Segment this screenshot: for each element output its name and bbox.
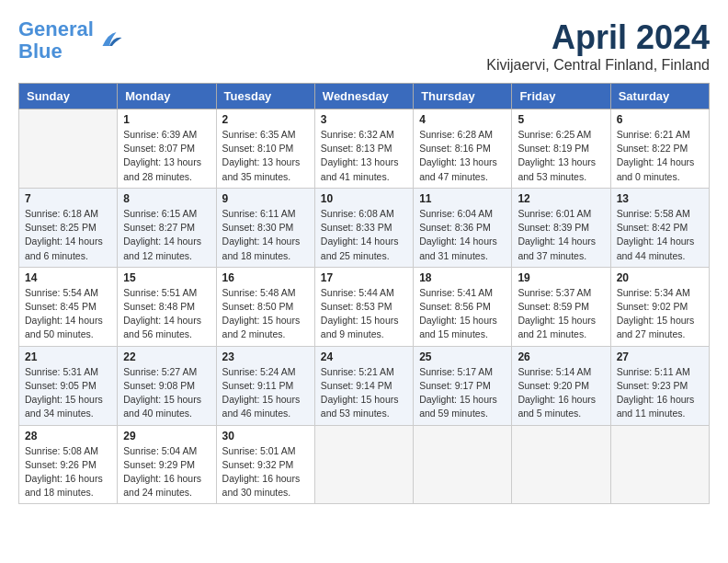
day-number: 12 xyxy=(518,192,604,205)
day-info: Sunrise: 5:44 AMSunset: 8:53 PMDaylight:… xyxy=(321,286,407,342)
calendar-cell: 19Sunrise: 5:37 AMSunset: 8:59 PMDayligh… xyxy=(512,267,610,346)
day-number: 13 xyxy=(617,192,703,205)
day-number: 17 xyxy=(321,271,407,284)
weekday-row: SundayMondayTuesdayWednesdayThursdayFrid… xyxy=(19,84,710,109)
day-number: 11 xyxy=(419,192,506,205)
day-info: Sunrise: 6:04 AMSunset: 8:36 PMDaylight:… xyxy=(419,207,506,263)
day-number: 15 xyxy=(123,271,210,284)
day-number: 1 xyxy=(123,113,210,126)
day-number: 7 xyxy=(25,192,111,205)
day-number: 30 xyxy=(222,430,309,442)
calendar-cell: 18Sunrise: 5:41 AMSunset: 8:56 PMDayligh… xyxy=(414,267,512,346)
day-number: 14 xyxy=(25,271,111,284)
day-info: Sunrise: 6:08 AMSunset: 8:33 PMDaylight:… xyxy=(321,207,407,263)
day-info: Sunrise: 5:48 AMSunset: 8:50 PMDaylight:… xyxy=(222,286,309,342)
calendar-cell: 14Sunrise: 5:54 AMSunset: 8:45 PMDayligh… xyxy=(19,267,118,346)
calendar-cell: 1Sunrise: 6:39 AMSunset: 8:07 PMDaylight… xyxy=(118,109,216,189)
calendar-cell: 21Sunrise: 5:31 AMSunset: 9:05 PMDayligh… xyxy=(19,346,118,425)
day-number: 22 xyxy=(123,350,210,363)
logo-line1: General xyxy=(18,17,94,40)
day-info: Sunrise: 6:21 AMSunset: 8:22 PMDaylight:… xyxy=(617,128,703,184)
calendar-cell xyxy=(512,425,610,504)
day-info: Sunrise: 5:34 AMSunset: 9:02 PMDaylight:… xyxy=(617,286,703,342)
day-info: Sunrise: 5:27 AMSunset: 9:08 PMDaylight:… xyxy=(123,365,210,421)
calendar-cell: 23Sunrise: 5:24 AMSunset: 9:11 PMDayligh… xyxy=(216,346,314,425)
day-info: Sunrise: 5:17 AMSunset: 9:17 PMDaylight:… xyxy=(419,365,506,421)
day-info: Sunrise: 5:01 AMSunset: 9:32 PMDaylight:… xyxy=(222,444,309,500)
calendar-cell: 29Sunrise: 5:04 AMSunset: 9:29 PMDayligh… xyxy=(118,425,216,504)
calendar-cell xyxy=(610,425,709,504)
calendar-cell: 6Sunrise: 6:21 AMSunset: 8:22 PMDaylight… xyxy=(610,109,709,189)
calendar-cell: 17Sunrise: 5:44 AMSunset: 8:53 PMDayligh… xyxy=(314,267,413,346)
page-header: General Blue April 2024 Kivijaervi, Cent… xyxy=(18,18,710,74)
day-number: 24 xyxy=(321,350,407,363)
calendar-table: SundayMondayTuesdayWednesdayThursdayFrid… xyxy=(18,83,710,504)
day-info: Sunrise: 5:08 AMSunset: 9:26 PMDaylight:… xyxy=(25,444,111,500)
calendar-cell xyxy=(19,109,118,189)
calendar-cell: 16Sunrise: 5:48 AMSunset: 8:50 PMDayligh… xyxy=(216,267,314,346)
day-info: Sunrise: 6:25 AMSunset: 8:19 PMDaylight:… xyxy=(518,128,604,184)
day-number: 27 xyxy=(617,350,703,363)
day-number: 16 xyxy=(222,271,309,284)
calendar-week-2: 7Sunrise: 6:18 AMSunset: 8:25 PMDaylight… xyxy=(19,188,710,267)
calendar-cell: 10Sunrise: 6:08 AMSunset: 8:33 PMDayligh… xyxy=(314,188,413,267)
day-number: 18 xyxy=(419,271,506,284)
day-info: Sunrise: 6:32 AMSunset: 8:13 PMDaylight:… xyxy=(321,128,407,184)
weekday-header-sunday: Sunday xyxy=(19,84,118,109)
calendar-cell: 24Sunrise: 5:21 AMSunset: 9:14 PMDayligh… xyxy=(314,346,413,425)
calendar-cell: 3Sunrise: 6:32 AMSunset: 8:13 PMDaylight… xyxy=(314,109,413,189)
day-info: Sunrise: 5:51 AMSunset: 8:48 PMDaylight:… xyxy=(123,286,210,342)
calendar-cell: 25Sunrise: 5:17 AMSunset: 9:17 PMDayligh… xyxy=(414,346,512,425)
logo-bird-icon xyxy=(96,27,123,54)
day-number: 29 xyxy=(123,430,210,442)
day-number: 20 xyxy=(617,271,703,284)
day-number: 21 xyxy=(25,350,111,363)
calendar-cell: 13Sunrise: 5:58 AMSunset: 8:42 PMDayligh… xyxy=(610,188,709,267)
day-info: Sunrise: 6:01 AMSunset: 8:39 PMDaylight:… xyxy=(518,207,604,263)
title-block: April 2024 Kivijaervi, Central Finland, … xyxy=(486,18,710,74)
weekday-header-wednesday: Wednesday xyxy=(314,84,413,109)
day-info: Sunrise: 5:41 AMSunset: 8:56 PMDaylight:… xyxy=(419,286,506,342)
day-info: Sunrise: 6:28 AMSunset: 8:16 PMDaylight:… xyxy=(419,128,506,184)
calendar-cell: 9Sunrise: 6:11 AMSunset: 8:30 PMDaylight… xyxy=(216,188,314,267)
day-number: 23 xyxy=(222,350,309,363)
calendar-week-5: 28Sunrise: 5:08 AMSunset: 9:26 PMDayligh… xyxy=(19,425,710,504)
calendar-week-3: 14Sunrise: 5:54 AMSunset: 8:45 PMDayligh… xyxy=(19,267,710,346)
day-info: Sunrise: 6:39 AMSunset: 8:07 PMDaylight:… xyxy=(123,128,210,184)
calendar-cell: 26Sunrise: 5:14 AMSunset: 9:20 PMDayligh… xyxy=(512,346,610,425)
day-info: Sunrise: 6:15 AMSunset: 8:27 PMDaylight:… xyxy=(123,207,210,263)
day-info: Sunrise: 5:04 AMSunset: 9:29 PMDaylight:… xyxy=(123,444,210,500)
day-info: Sunrise: 5:31 AMSunset: 9:05 PMDaylight:… xyxy=(25,365,111,421)
weekday-header-thursday: Thursday xyxy=(414,84,512,109)
calendar-body: 1Sunrise: 6:39 AMSunset: 8:07 PMDaylight… xyxy=(19,109,710,504)
calendar-week-1: 1Sunrise: 6:39 AMSunset: 8:07 PMDaylight… xyxy=(19,109,710,189)
weekday-header-saturday: Saturday xyxy=(610,84,709,109)
calendar-cell: 30Sunrise: 5:01 AMSunset: 9:32 PMDayligh… xyxy=(216,425,314,504)
day-info: Sunrise: 5:21 AMSunset: 9:14 PMDaylight:… xyxy=(321,365,407,421)
day-info: Sunrise: 6:35 AMSunset: 8:10 PMDaylight:… xyxy=(222,128,309,184)
calendar-cell xyxy=(414,425,512,504)
calendar-cell: 8Sunrise: 6:15 AMSunset: 8:27 PMDaylight… xyxy=(118,188,216,267)
day-number: 26 xyxy=(518,350,604,363)
calendar-cell: 27Sunrise: 5:11 AMSunset: 9:23 PMDayligh… xyxy=(610,346,709,425)
logo: General Blue xyxy=(18,18,123,63)
calendar-cell: 7Sunrise: 6:18 AMSunset: 8:25 PMDaylight… xyxy=(19,188,118,267)
day-number: 8 xyxy=(123,192,210,205)
day-number: 2 xyxy=(222,113,309,126)
day-number: 19 xyxy=(518,271,604,284)
calendar-cell: 15Sunrise: 5:51 AMSunset: 8:48 PMDayligh… xyxy=(118,267,216,346)
calendar-header: SundayMondayTuesdayWednesdayThursdayFrid… xyxy=(19,84,710,109)
day-info: Sunrise: 5:24 AMSunset: 9:11 PMDaylight:… xyxy=(222,365,309,421)
calendar-cell: 22Sunrise: 5:27 AMSunset: 9:08 PMDayligh… xyxy=(118,346,216,425)
day-number: 28 xyxy=(25,430,111,442)
day-info: Sunrise: 5:14 AMSunset: 9:20 PMDaylight:… xyxy=(518,365,604,421)
calendar-cell: 20Sunrise: 5:34 AMSunset: 9:02 PMDayligh… xyxy=(610,267,709,346)
day-info: Sunrise: 5:37 AMSunset: 8:59 PMDaylight:… xyxy=(518,286,604,342)
day-info: Sunrise: 6:11 AMSunset: 8:30 PMDaylight:… xyxy=(222,207,309,263)
weekday-header-tuesday: Tuesday xyxy=(216,84,314,109)
day-number: 3 xyxy=(321,113,407,126)
calendar-cell: 5Sunrise: 6:25 AMSunset: 8:19 PMDaylight… xyxy=(512,109,610,189)
day-number: 5 xyxy=(518,113,604,126)
calendar-cell: 28Sunrise: 5:08 AMSunset: 9:26 PMDayligh… xyxy=(19,425,118,504)
logo-text: General Blue xyxy=(18,18,94,63)
